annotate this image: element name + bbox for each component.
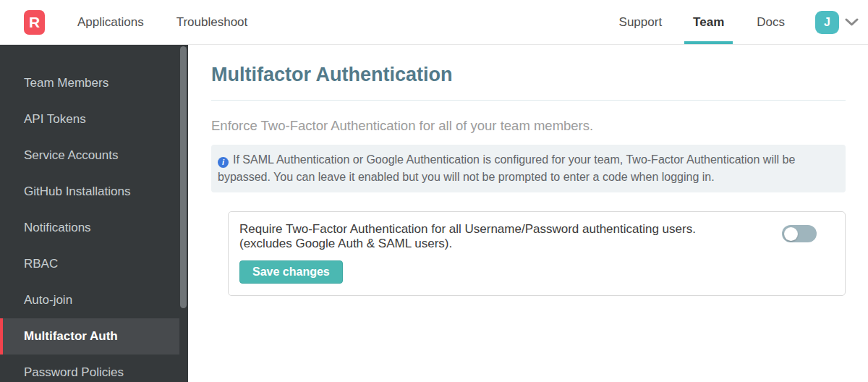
nav-docs-label: Docs [757, 15, 785, 30]
app-logo-letter: R [29, 14, 40, 31]
sidebar-item-label: RBAC [24, 257, 58, 271]
two-factor-toggle[interactable] [782, 225, 817, 242]
chevron-down-icon[interactable] [845, 18, 859, 27]
primary-nav: Applications Troubleshoot [45, 0, 247, 45]
sidebar-item-notifications[interactable]: Notifications [0, 210, 179, 246]
sidebar-item-rbac[interactable]: RBAC [0, 246, 179, 282]
page-description: Enforce Two-Factor Authentication for al… [211, 118, 846, 134]
nav-applications[interactable]: Applications [77, 0, 144, 45]
sidebar-menu: Team Members API Tokens Service Accounts… [0, 45, 179, 382]
save-changes-button[interactable]: Save changes [239, 260, 343, 284]
sidebar-item-team-members[interactable]: Team Members [0, 65, 179, 101]
settings-sidebar: Team Members API Tokens Service Accounts… [0, 45, 188, 382]
setting-label-line2: (excludes Google Auth & SAML users). [239, 237, 845, 251]
sidebar-item-service-accounts[interactable]: Service Accounts [0, 137, 179, 174]
title-divider [211, 100, 846, 101]
main-content: Multifactor Authentication Enforce Two-F… [188, 45, 868, 382]
nav-troubleshoot[interactable]: Troubleshoot [176, 0, 248, 45]
nav-troubleshoot-label: Troubleshoot [176, 15, 248, 30]
sidebar-item-label: Auto-join [24, 293, 72, 307]
setting-label-line1: Require Two-Factor Authentication for al… [239, 222, 845, 237]
page-title: Multifactor Authentication [211, 64, 846, 85]
sidebar-item-label: Notifications [24, 221, 91, 235]
sidebar-item-multifactor-auth[interactable]: Multifactor Auth [0, 318, 179, 355]
nav-support-label: Support [619, 15, 663, 30]
nav-team-label: Team [693, 15, 724, 30]
info-note-text: If SAML Authentication or Google Authent… [218, 153, 795, 183]
sidebar-item-auto-join[interactable]: Auto-join [0, 282, 179, 318]
two-factor-setting-card: Require Two-Factor Authentication for al… [228, 211, 846, 296]
nav-applications-label: Applications [77, 15, 144, 30]
nav-team[interactable]: Team [684, 0, 733, 45]
sidebar-item-api-tokens[interactable]: API Tokens [0, 101, 179, 137]
nav-support[interactable]: Support [619, 0, 663, 45]
sidebar-item-label: Team Members [24, 76, 109, 90]
sidebar-item-label: API Tokens [24, 112, 86, 127]
sidebar-item-github-installations[interactable]: GitHub Installations [0, 174, 179, 210]
secondary-nav: Support Team Docs J [619, 0, 868, 45]
sidebar-item-label: GitHub Installations [24, 184, 130, 199]
sidebar-item-label: Multifactor Auth [24, 329, 118, 344]
sidebar-item-label: Service Accounts [24, 148, 118, 163]
app-root: R Applications Troubleshoot Support Team… [0, 0, 868, 382]
info-note: i If SAML Authentication or Google Authe… [211, 145, 846, 192]
info-icon-glyph: i [222, 153, 224, 171]
avatar[interactable]: J [815, 11, 839, 34]
top-nav-bar: R Applications Troubleshoot Support Team… [0, 0, 868, 45]
app-logo[interactable]: R [24, 10, 45, 35]
sidebar-item-label: Password Policies [24, 365, 124, 380]
nav-docs[interactable]: Docs [757, 0, 785, 45]
sidebar-scrollbar[interactable] [180, 46, 187, 308]
active-tab-underline [684, 41, 733, 44]
info-icon: i [218, 157, 229, 168]
toggle-knob [784, 227, 798, 241]
avatar-initial: J [824, 16, 830, 29]
sidebar-item-password-policies[interactable]: Password Policies [0, 355, 179, 382]
